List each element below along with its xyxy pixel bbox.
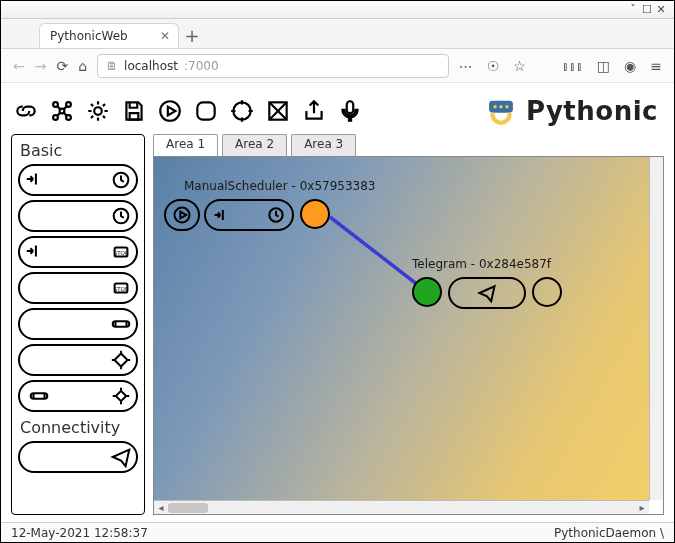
scroll-right-icon[interactable]: ▸: [635, 501, 649, 515]
element-palette: Basic STOP STOP: [11, 134, 145, 515]
browser-menu-icon[interactable]: [11, 25, 29, 43]
svg-text:STOP: STOP: [114, 250, 129, 256]
palette-item-manual-clock[interactable]: [18, 164, 138, 196]
svg-point-8: [233, 102, 250, 119]
node-telegram[interactable]: [448, 277, 526, 309]
palette-item-pipe-chip[interactable]: [18, 380, 138, 412]
palette-item-chip[interactable]: [18, 344, 138, 376]
clock-icon: [110, 169, 132, 191]
export-button[interactable]: [299, 96, 329, 126]
graph-button[interactable]: [47, 96, 77, 126]
palette-section-connectivity: Connectivity: [18, 416, 138, 441]
sidebar-toggle-icon[interactable]: ◫: [597, 58, 610, 74]
palette-item-stop[interactable]: STOP: [18, 272, 138, 304]
svg-line-26: [330, 217, 427, 292]
tab-area-2[interactable]: Area 2: [222, 134, 287, 156]
node-input-port[interactable]: [412, 277, 442, 307]
reader-icon[interactable]: ☉: [487, 58, 500, 74]
url-port: :7000: [184, 59, 219, 73]
svg-point-13: [505, 105, 508, 108]
svg-point-11: [493, 105, 496, 108]
window-max-icon[interactable]: ☐: [640, 3, 654, 16]
status-timestamp: 12-May-2021 12:58:37: [11, 526, 148, 540]
horizontal-scrollbar[interactable]: ◂ ▸: [154, 500, 649, 514]
palette-item-pipe[interactable]: [18, 308, 138, 340]
nav-fwd-icon[interactable]: →: [35, 58, 47, 74]
account-icon[interactable]: ◉: [624, 58, 636, 74]
save-button[interactable]: [119, 96, 149, 126]
palette-item-clock[interactable]: [18, 200, 138, 232]
palette-section-basic: Basic: [18, 139, 138, 164]
more-icon[interactable]: ⋯: [459, 58, 473, 74]
canvas-viewport[interactable]: ManualScheduler - 0x57953383 Telegram - …: [153, 156, 664, 515]
nav-reload-icon[interactable]: ⟳: [56, 58, 68, 74]
tab-area-1[interactable]: Area 1: [153, 134, 218, 156]
svg-rect-7: [197, 102, 214, 119]
connection-line: [154, 157, 634, 487]
scroll-left-icon[interactable]: ◂: [154, 501, 168, 515]
svg-rect-23: [116, 391, 126, 401]
stop-button[interactable]: [191, 96, 221, 126]
hamburger-icon[interactable]: ≡: [650, 58, 662, 74]
target-button[interactable]: [227, 96, 257, 126]
window-up-icon[interactable]: ˇ: [626, 3, 640, 16]
pipe-icon: [28, 385, 50, 407]
gear-button[interactable]: [83, 96, 113, 126]
site-info-icon[interactable]: 🗎: [106, 59, 118, 73]
pipe-icon: [110, 313, 132, 335]
send-icon: [110, 446, 132, 468]
library-icon[interactable]: ⫾⫾⫾: [562, 58, 583, 74]
chip-icon: [110, 349, 132, 371]
brand: Pythonic: [484, 94, 664, 128]
node-label-telegram: Telegram - 0x284e587f: [412, 257, 551, 271]
bookmark-icon[interactable]: ☆: [513, 58, 526, 74]
area-tabs: Area 1 Area 2 Area 3: [153, 134, 664, 156]
node-output-port-empty[interactable]: [532, 277, 562, 307]
tab-close-icon[interactable]: ✕: [160, 29, 170, 43]
nav-back-icon[interactable]: ←: [13, 58, 25, 74]
canvas[interactable]: ManualScheduler - 0x57953383 Telegram - …: [154, 157, 649, 500]
tab-title: PythonicWeb: [50, 29, 128, 43]
stopbox-icon: STOP: [110, 277, 132, 299]
link-button[interactable]: [11, 96, 41, 126]
browser-tab[interactable]: PythonicWeb ✕: [39, 23, 179, 48]
window-close-icon[interactable]: ✕: [654, 3, 668, 16]
svg-point-12: [499, 105, 502, 108]
stopbox-icon: STOP: [110, 241, 132, 263]
palette-item-manual-stop[interactable]: STOP: [18, 236, 138, 268]
svg-point-5: [94, 107, 102, 115]
brand-logo-icon: [484, 94, 518, 128]
new-tab-button[interactable]: +: [179, 25, 205, 48]
send-icon: [477, 283, 497, 303]
main-toolbar: [11, 96, 365, 126]
palette-item-telegram[interactable]: [18, 441, 138, 473]
clock-icon: [110, 205, 132, 227]
kill-button[interactable]: [263, 96, 293, 126]
scroll-thumb[interactable]: [168, 503, 208, 513]
status-daemon: PythonicDaemon \: [554, 526, 664, 540]
brand-name: Pythonic: [526, 96, 658, 126]
url-input[interactable]: 🗎 localhost:7000: [97, 54, 449, 78]
play-button[interactable]: [155, 96, 185, 126]
mic-button[interactable]: [335, 96, 365, 126]
vertical-scrollbar[interactable]: [649, 157, 663, 500]
chip-icon: [110, 385, 132, 407]
nav-home-icon[interactable]: ⌂: [78, 58, 87, 74]
svg-rect-21: [115, 354, 128, 367]
svg-text:STOP: STOP: [114, 286, 129, 292]
url-host: localhost: [124, 59, 178, 73]
tab-area-3[interactable]: Area 3: [291, 134, 356, 156]
